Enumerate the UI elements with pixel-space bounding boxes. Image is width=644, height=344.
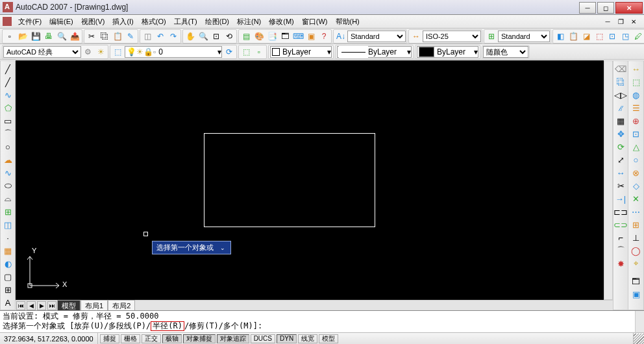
polar-toggle[interactable]: 极轴 — [162, 334, 182, 343]
break-icon[interactable]: ⊏⊐ — [615, 206, 626, 217]
chamfer-icon[interactable]: ⌐ — [615, 232, 626, 243]
arc-icon[interactable]: ⌒ — [2, 128, 14, 140]
redo-icon[interactable]: ↷ — [167, 31, 179, 42]
mirror-icon[interactable]: ◁▷ — [615, 89, 626, 101]
match-icon[interactable]: ✎ — [125, 31, 136, 42]
fillet-icon[interactable]: ⌒ — [615, 245, 626, 256]
locate-icon[interactable]: ⊕ — [630, 115, 642, 127]
zoom-window-icon[interactable]: ⊡ — [210, 31, 222, 42]
table-icon[interactable]: ⊞ — [2, 284, 14, 295]
rectangle-icon[interactable]: ▭ — [2, 115, 14, 127]
xline-icon[interactable]: ╱ — [2, 76, 14, 88]
t1-btn-d[interactable]: ⊡ — [606, 31, 618, 42]
lineweight-control[interactable]: ByLayer ▾ — [417, 46, 478, 58]
ellipse-icon[interactable]: ⬭ — [2, 180, 14, 191]
dimstyle-icon[interactable]: ↔ — [410, 31, 422, 42]
gradient-icon[interactable]: ◐ — [2, 258, 14, 269]
osnap-settings-icon[interactable]: ▣ — [630, 288, 642, 300]
close-button[interactable]: ✕ — [615, 2, 643, 14]
osnap-ins-icon[interactable]: ⊞ — [630, 219, 642, 230]
layer-iso-icon[interactable]: ▫ — [253, 46, 265, 58]
layer-states-icon[interactable]: ⬚ — [240, 46, 252, 58]
cut-icon[interactable]: ✂ — [86, 31, 97, 42]
scale-icon[interactable]: ⤢ — [615, 154, 626, 166]
move-icon[interactable]: ✥ — [615, 128, 626, 140]
markup-icon[interactable]: 📑 — [266, 31, 278, 42]
command-window[interactable]: 当前设置: 模式 = 修剪，半径 = 50.0000 选择第一个对象或 [放弃(… — [0, 310, 644, 332]
lwt-toggle[interactable]: 线宽 — [298, 334, 317, 343]
tab-first-icon[interactable]: ⏮ — [16, 301, 25, 310]
extend-icon[interactable]: →| — [615, 193, 626, 204]
layer-dropdown-handle[interactable]: 💡 ☀ 🔒 ▫ 0 ▾ — [125, 46, 222, 58]
t1-btn-e[interactable]: ◳ — [619, 31, 631, 42]
command-scrollbar[interactable] — [635, 311, 644, 332]
menu-edit[interactable]: 编辑(E) — [45, 16, 77, 28]
sheet-icon[interactable]: ▤ — [240, 31, 252, 42]
join-icon[interactable]: ⊂⊃ — [615, 219, 626, 230]
line-icon[interactable]: ╱ — [2, 63, 14, 75]
model-toggle[interactable]: 模型 — [319, 334, 338, 343]
region-icon[interactable]: ▢ — [2, 271, 14, 282]
tab-next-icon[interactable]: ▶ — [37, 301, 46, 310]
dimstyle-select[interactable]: ISO-25 — [423, 31, 481, 42]
polygon-icon[interactable]: ⬠ — [2, 102, 14, 114]
undo-icon[interactable]: ↶ — [155, 31, 166, 42]
doc-close-button[interactable]: ✕ — [628, 17, 639, 26]
t1-btn-b[interactable]: ◪ — [580, 31, 592, 42]
ducs-toggle[interactable]: DUCS — [251, 334, 275, 343]
copy-icon[interactable]: ⿻ — [99, 31, 110, 42]
make-block-icon[interactable]: ◫ — [2, 219, 14, 230]
tab-layout2[interactable]: 布局2 — [108, 300, 135, 312]
menu-format[interactable]: 格式(O) — [138, 16, 170, 28]
osnap-ext-icon[interactable]: ⋯ — [630, 206, 642, 217]
ws-settings-icon[interactable]: ⚙ — [82, 46, 93, 58]
cleanscreen-icon[interactable]: ▣ — [305, 31, 317, 42]
osnap-quad-icon[interactable]: ◇ — [630, 180, 642, 191]
pan-icon[interactable]: ✋ — [184, 31, 196, 42]
revcloud-icon[interactable]: ☁ — [2, 154, 14, 166]
osnap-mid-icon[interactable]: △ — [630, 141, 642, 153]
menu-insert[interactable]: 插入(I) — [108, 16, 137, 28]
list-icon[interactable]: ☰ — [630, 102, 642, 114]
dyn-toggle[interactable]: DYN — [277, 334, 297, 343]
publish-icon[interactable]: 📤 — [69, 31, 80, 42]
osnap-perp-icon[interactable]: ⊥ — [630, 232, 642, 243]
snap-toggle[interactable]: 捕捉 — [100, 334, 119, 343]
menu-dimension[interactable]: 标注(N) — [233, 16, 265, 28]
offset-icon[interactable]: ⫽ — [615, 102, 626, 114]
linetype-control[interactable]: ByLayer ▾ — [337, 46, 412, 58]
ortho-toggle[interactable]: 正交 — [142, 334, 161, 343]
resize-grip-icon[interactable] — [634, 334, 644, 344]
trim-icon[interactable]: ✂ — [615, 180, 626, 191]
stretch-icon[interactable]: ↔ — [615, 167, 626, 178]
workspace-select[interactable]: AutoCAD 经典 — [3, 46, 81, 58]
osnap-int-icon[interactable]: ✕ — [630, 193, 642, 204]
array-icon[interactable]: ▦ — [615, 115, 626, 127]
osnap-tan-icon[interactable]: ◯ — [630, 245, 642, 256]
ellipse-arc-icon[interactable]: ⌓ — [2, 193, 14, 204]
maximize-button[interactable]: ◻ — [597, 2, 614, 14]
insert-block-icon[interactable]: ⊞ — [2, 206, 14, 217]
design-center-icon[interactable]: ◧ — [554, 31, 566, 42]
polyline-icon[interactable]: ∿ — [2, 89, 14, 101]
block-icon[interactable]: ◫ — [142, 31, 153, 42]
menu-draw[interactable]: 绘图(D) — [201, 16, 233, 28]
spline-icon[interactable]: ∿ — [2, 167, 14, 178]
circle-icon[interactable]: ○ — [2, 141, 14, 153]
doc-minimize-button[interactable]: ─ — [602, 17, 613, 26]
osnap-end-icon[interactable]: ⊡ — [630, 128, 642, 140]
area-icon[interactable]: ⬚ — [630, 76, 642, 88]
zoom-prev-icon[interactable]: ⟲ — [223, 31, 235, 42]
otrack-toggle[interactable]: 对象追踪 — [217, 334, 249, 343]
save-icon[interactable]: 💾 — [30, 31, 42, 42]
layer-tools-icon[interactable]: ⟳ — [223, 46, 235, 58]
help-icon[interactable]: ? — [318, 31, 330, 42]
hatch-icon[interactable]: ▦ — [2, 245, 14, 256]
textstyle-select[interactable]: Standard — [347, 31, 406, 42]
t1-btn-f[interactable]: 🖊 — [632, 31, 644, 42]
grid-toggle[interactable]: 栅格 — [121, 334, 140, 343]
tab-model[interactable]: 模型 — [57, 300, 80, 312]
zoom-realtime-icon[interactable]: 🔍 — [197, 31, 209, 42]
color-control[interactable]: ByLayer ▾ — [270, 46, 332, 58]
t1-btn-c[interactable]: ⬚ — [593, 31, 605, 42]
